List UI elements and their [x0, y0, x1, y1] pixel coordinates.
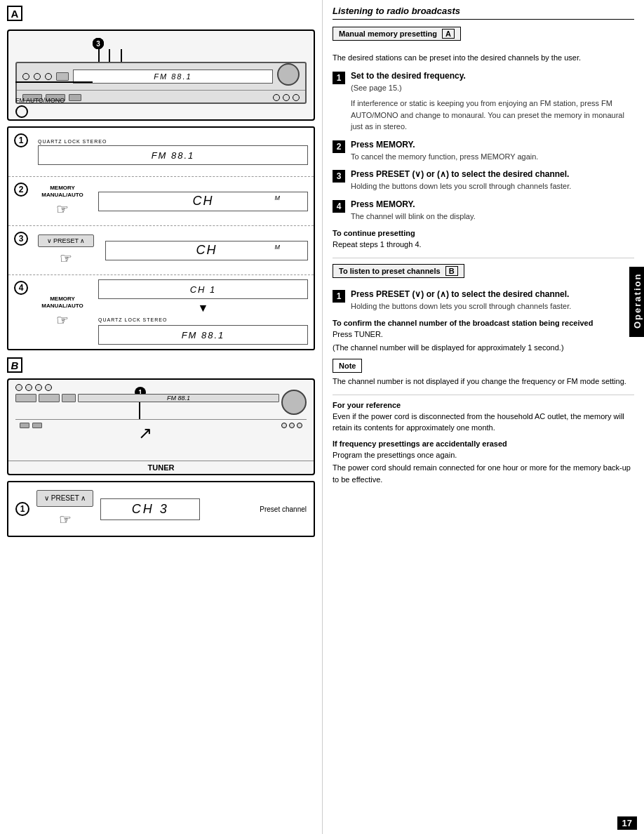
- preset-channels-icon: B: [445, 266, 458, 276]
- manual-step-4-body: The channel will blink on the display.: [351, 211, 634, 223]
- section-b-label: B: [7, 357, 22, 373]
- device-b-knob-2: [25, 384, 32, 391]
- confirm-body2: (The channel number will be displayed fo…: [333, 342, 634, 354]
- device-b-knob-bottom-2: [289, 423, 295, 428]
- step-4-hand: ☞: [38, 312, 87, 329]
- callout-3: 3: [93, 38, 104, 49]
- step-b-1-num: 1: [15, 502, 29, 516]
- freq-body1: Program the presettings once again.: [333, 449, 634, 461]
- preset-step-1-num: 1: [333, 290, 345, 303]
- step-2-num: 2: [14, 183, 28, 197]
- device-b-illustration: 1 FM 88.1: [7, 378, 315, 475]
- device-b-knob-4: [45, 384, 52, 391]
- page-header: Listening to radio broadcasts: [333, 6, 634, 20]
- preset-step-1-title: Press PRESET (∨) or (∧) to select the de…: [351, 289, 634, 299]
- manual-step-3-text: Press PRESET (∨) or (∧) to select the de…: [351, 169, 634, 192]
- device-b-knob-bottom-3: [297, 423, 302, 428]
- device-knob-bottom-2: [283, 94, 290, 101]
- step-4-btn-label: MEMORYMANUAL/AUTO: [38, 296, 87, 309]
- step-b-1-display: CH 3: [100, 498, 200, 520]
- continue-heading: To continue presetting: [333, 229, 634, 237]
- manual-step-4-title: Press MEMORY.: [351, 199, 634, 209]
- step-3-preset-btn: ∨ PRESET ∧: [38, 234, 94, 247]
- manual-memory-icon: A: [442, 29, 455, 39]
- confirm-channel: To confirm the channel number of the bro…: [333, 319, 634, 353]
- manual-step-1-body-seepage: (See page 15.): [351, 82, 634, 94]
- freq-heading: If frequency presettings are accidentall…: [333, 439, 634, 448]
- for-ref-body: Even if the power cord is disconnected f…: [333, 411, 634, 434]
- device-b-knob-3: [35, 384, 42, 391]
- device-b-knob-1: [15, 384, 22, 391]
- steps-diagram-a: 1 QUARTZ LOCK STEREO FM 88.1 2 MEMORYMAN…: [7, 126, 315, 350]
- tuner-knob-a: [277, 63, 300, 86]
- preset-channels-title: To listen to preset channels B: [333, 264, 464, 278]
- manual-step-1-body-detail: If interference or static is keeping you…: [351, 98, 634, 133]
- step-4-display-top: CH 1: [98, 279, 308, 299]
- section-b: B 1 FM 88.1: [7, 357, 315, 537]
- manual-step-3-body: Holding the buttons down lets you scroll…: [351, 180, 634, 192]
- preset-channel-label: Preset channel: [207, 505, 307, 513]
- device-knob-bottom-1: [273, 94, 280, 101]
- confirm-heading: To confirm the channel number of the bro…: [333, 319, 634, 327]
- manual-step-3: 3 Press PRESET (∨) or (∧) to select the …: [333, 169, 634, 192]
- step-b-1-hand: ☞: [36, 511, 93, 528]
- manual-step-4-num: 4: [333, 200, 345, 213]
- step-4-num: 4: [14, 281, 28, 295]
- step-4-display-bottom: FM 88.1: [98, 325, 308, 345]
- device-a-display: FM 88.1: [73, 70, 273, 84]
- note-label: Note: [333, 359, 362, 373]
- left-panel: A 2 4 3 FM 88.1: [0, 0, 323, 834]
- continue-body: Repeat steps 1 through 4.: [333, 239, 634, 251]
- device-knob-3: [45, 73, 52, 80]
- step1-b-box: 1 ∨ PRESET ∧ ☞ CH 3 Preset channel: [7, 481, 315, 537]
- manual-step-1-text: Set to the desired frequency. (See page …: [351, 71, 634, 133]
- freq-erased: If frequency presettings are accidentall…: [333, 439, 634, 486]
- preset-step-1-text: Press PRESET (∨) or (∧) to select the de…: [351, 289, 634, 312]
- for-ref-heading: For your reference: [333, 401, 634, 409]
- note-text: The channel number is not displayed if y…: [333, 376, 634, 388]
- operation-tab: Operation: [629, 267, 644, 337]
- note-section: Note The channel number is not displayed…: [333, 359, 634, 388]
- step-row-2: 2 MEMORYMANUAL/AUTO ☞ M CH: [8, 177, 314, 226]
- step-3-hand: ☞: [38, 250, 94, 267]
- device-b-knob-bottom: [281, 423, 287, 428]
- freq-body2: The power cord should remain connected f…: [333, 462, 634, 485]
- quartz-stereo-label: QUARTZ LOCK STEREO: [38, 139, 308, 144]
- step-2-m-badge: M: [275, 194, 281, 201]
- preset-step-1: 1 Press PRESET (∨) or (∧) to select the …: [333, 289, 634, 312]
- step-2-hand: ☞: [38, 201, 87, 218]
- preset-step-1-body: Holding the buttons down lets you scroll…: [351, 300, 634, 312]
- page-number: 17: [617, 816, 637, 830]
- step-3-m-badge: M: [275, 244, 281, 251]
- manual-step-1-num: 1: [333, 72, 345, 84]
- manual-intro: The desired stations can be preset into …: [333, 52, 634, 64]
- manual-memory-section: Manual memory presetting A The desired s…: [333, 27, 634, 251]
- manual-memory-title: Manual memory presetting A: [333, 27, 461, 41]
- device-b-main: FM 88.1 ↗: [8, 380, 314, 461]
- preset-channels-section: To listen to preset channels B 1 Press P…: [333, 264, 634, 486]
- continue-presetting: To continue presetting Repeat steps 1 th…: [333, 229, 634, 251]
- section-divider: [333, 258, 634, 258]
- manual-step-1-title: Set to the desired frequency.: [351, 71, 634, 81]
- device-a-illustration: 2 4 3 FM 88.1: [7, 29, 315, 121]
- step-4-content: MEMORYMANUAL/AUTO ☞ CH 1 ▼ QUARTZ LOCK S…: [38, 279, 308, 345]
- section-a-label: A: [7, 6, 22, 21]
- step-2-content: MEMORYMANUAL/AUTO ☞ M CH: [38, 185, 308, 218]
- step-2-btn-label: MEMORYMANUAL/AUTO: [38, 185, 87, 198]
- device-knob-2: [34, 73, 41, 80]
- confirm-body1: Press TUNER.: [333, 329, 634, 340]
- tuner-label: TUNER: [8, 461, 314, 474]
- manual-step-2-title: Press MEMORY.: [351, 140, 634, 150]
- step-4-bottom-label: QUARTZ LOCK STEREO: [98, 317, 308, 322]
- right-panel: Listening to radio broadcasts Manual mem…: [323, 0, 644, 834]
- step-row-1: 1 QUARTZ LOCK STEREO FM 88.1: [8, 128, 314, 177]
- step-3-num: 3: [14, 232, 28, 246]
- fm-auto-mono-label: FM AUTO/MONO: [15, 97, 65, 104]
- manual-step-4-text: Press MEMORY. The channel will blink on …: [351, 199, 634, 223]
- step-4-arrow: ▼: [98, 302, 308, 315]
- step-row-3: 3 ∨ PRESET ∧ ☞ M CH: [8, 226, 314, 275]
- manual-step-3-num: 3: [333, 170, 345, 183]
- note-divider: [333, 395, 634, 395]
- preset-arrow-btn: ∨ PRESET ∧: [36, 490, 93, 507]
- manual-step-1: 1 Set to the desired frequency. (See pag…: [333, 71, 634, 133]
